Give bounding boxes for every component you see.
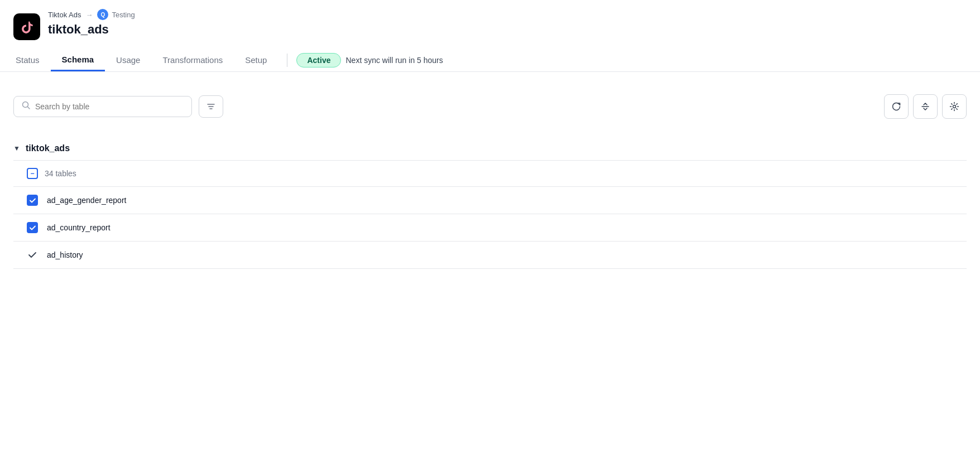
search-icon — [22, 101, 31, 112]
table-name-ad-history: ad_history — [47, 250, 83, 259]
checkbox-ad-age-gender[interactable] — [27, 195, 38, 206]
filter-button[interactable] — [199, 95, 223, 118]
chevron-down-icon[interactable]: ▼ — [13, 144, 20, 152]
partial-checkbox[interactable]: − — [27, 168, 38, 179]
collapse-button[interactable] — [913, 94, 938, 119]
breadcrumb: Tiktok Ads → Q Testing — [48, 9, 135, 20]
sync-text: Next sync will run in 5 hours — [345, 56, 443, 65]
tab-transformations[interactable]: Transformations — [151, 50, 234, 71]
controls-row — [13, 94, 967, 119]
nav-divider — [287, 54, 287, 67]
tab-setup[interactable]: Setup — [234, 50, 278, 71]
table-name-ad-age-gender-report: ad_age_gender_report — [47, 196, 126, 205]
header-text: Tiktok Ads → Q Testing tiktok_ads — [48, 9, 135, 45]
filter-icon — [206, 102, 215, 111]
tables-count-row: − 34 tables — [13, 161, 967, 187]
header-top: Tiktok Ads → Q Testing tiktok_ads — [13, 9, 967, 45]
table-row: ad_age_gender_report — [13, 187, 967, 214]
toolbar-buttons — [884, 94, 967, 119]
settings-icon — [949, 102, 959, 112]
nav-tabs: Status Schema Usage Transformations Setu… — [13, 49, 967, 71]
breadcrumb-source: Tiktok Ads — [48, 11, 81, 19]
tab-schema[interactable]: Schema — [51, 49, 105, 71]
page-title: tiktok_ads — [48, 22, 135, 37]
checkbox-ad-country-report[interactable] — [27, 222, 38, 233]
tiktok-logo — [13, 13, 40, 40]
refresh-button[interactable] — [884, 94, 909, 119]
search-group — [13, 95, 223, 118]
page-header: Tiktok Ads → Q Testing tiktok_ads Status… — [0, 0, 980, 72]
section-title: tiktok_ads — [26, 143, 70, 153]
tables-count-label: 34 tables — [45, 169, 76, 178]
breadcrumb-arrow: → — [85, 11, 93, 19]
table-row: ad_history — [13, 242, 967, 269]
search-input[interactable] — [35, 102, 184, 111]
schema-section: ▼ tiktok_ads − 34 tables ad_age_gender_r… — [13, 137, 967, 269]
svg-point-3 — [953, 105, 956, 108]
status-badge-group: Active Next sync will run in 5 hours — [296, 53, 443, 67]
settings-button[interactable] — [942, 94, 967, 119]
dest-icon: Q — [97, 9, 108, 20]
active-badge: Active — [296, 53, 341, 67]
svg-line-1 — [28, 107, 30, 109]
search-input-wrapper — [13, 96, 192, 117]
breadcrumb-dest-name: Testing — [112, 11, 134, 19]
section-header: ▼ tiktok_ads — [13, 137, 967, 161]
table-row: ad_country_report — [13, 214, 967, 242]
refresh-icon — [891, 102, 901, 112]
content-area: ▼ tiktok_ads − 34 tables ad_age_gender_r… — [0, 72, 980, 282]
tab-usage[interactable]: Usage — [105, 50, 151, 71]
table-name-ad-country-report: ad_country_report — [47, 223, 111, 232]
collapse-icon — [920, 102, 930, 112]
checkbox-ad-history[interactable] — [27, 249, 38, 260]
tab-status[interactable]: Status — [13, 50, 51, 71]
breadcrumb-dest: Q Testing — [97, 9, 134, 20]
